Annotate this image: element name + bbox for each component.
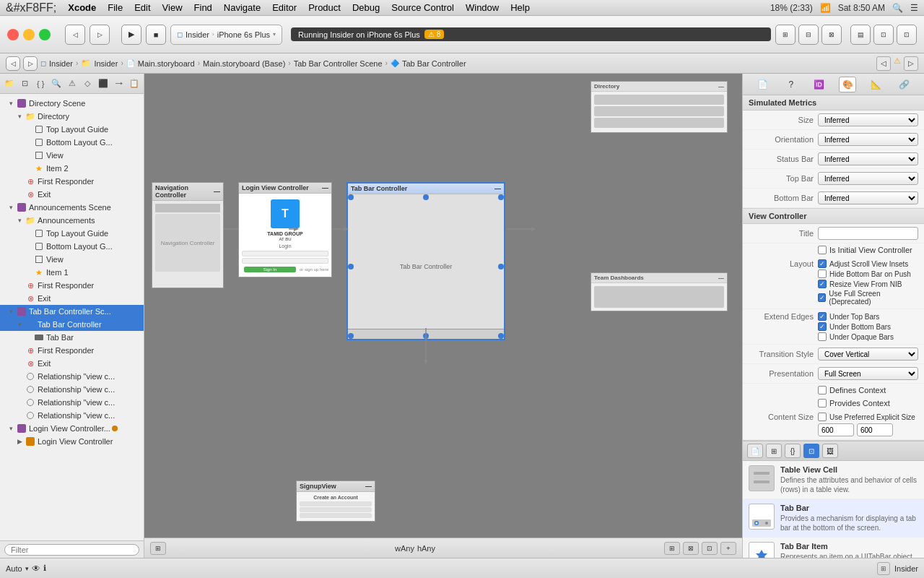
nav-item2[interactable]: ★ Item 2: [0, 162, 144, 175]
nav-item1[interactable]: ★ Item 1: [0, 266, 144, 279]
resize-nib-checkbox[interactable]: [818, 280, 827, 288]
nav-exit-3[interactable]: ⊗ Exit: [0, 357, 144, 370]
menubar-help[interactable]: Help: [510, 2, 530, 13]
insp-attributes-btn[interactable]: 🎨: [839, 77, 856, 92]
nav-test-icon[interactable]: ◇: [81, 77, 94, 91]
play-button[interactable]: ▶: [121, 25, 141, 45]
nav-announcements-scene[interactable]: ▾ Announcements Scene: [0, 201, 144, 214]
obj-lib-code-btn[interactable]: {}: [785, 444, 801, 458]
menubar-file[interactable]: File: [108, 2, 123, 13]
height-field[interactable]: [857, 423, 893, 436]
presentation-select[interactable]: Full Screen: [818, 367, 918, 380]
nav-login-scene[interactable]: ▾ Login View Controller...: [0, 422, 144, 435]
insp-connections-btn[interactable]: 🔗: [895, 77, 912, 92]
top-bar-value[interactable]: Inferred: [818, 172, 918, 185]
scheme-nav-btn[interactable]: ⊞: [877, 562, 890, 575]
under-bottom-checkbox[interactable]: [818, 322, 827, 331]
nav-directory[interactable]: ▾ 📁 Directory: [0, 110, 144, 123]
vc-title-field[interactable]: [818, 227, 918, 240]
auto-chevron[interactable]: ▾: [25, 565, 29, 572]
nav-find-icon[interactable]: 🔍: [50, 77, 63, 91]
width-field[interactable]: [818, 423, 854, 436]
transition-value[interactable]: Cover Vertical: [818, 348, 918, 361]
size-value[interactable]: Inferred: [818, 113, 918, 126]
menubar-edit[interactable]: Edit: [134, 2, 150, 13]
nav-back-button[interactable]: ◁: [65, 25, 85, 45]
orientation-value[interactable]: Inferred: [818, 133, 918, 146]
menubar-source-control[interactable]: Source Control: [391, 2, 454, 13]
nav-announcements[interactable]: ▾ 📁 Announcements: [0, 214, 144, 227]
adjust-scroll-checkbox[interactable]: [818, 259, 827, 268]
editor-standard-button[interactable]: ⊞: [775, 25, 796, 45]
nav-top-layout[interactable]: Top Layout Guide: [0, 123, 144, 136]
breadcrumb-tabbar-scene[interactable]: Tab Bar Controller Scene: [294, 59, 383, 68]
nav-folder-icon[interactable]: 📁: [3, 77, 16, 91]
insp-quick-btn[interactable]: ?: [783, 77, 800, 92]
nav-tabbar-scene[interactable]: ▾ Tab Bar Controller Sc...: [0, 305, 144, 318]
stop-button[interactable]: ■: [146, 25, 166, 45]
provides-context-checkbox[interactable]: [818, 399, 827, 407]
editor-assistant-button[interactable]: ⊟: [798, 25, 819, 45]
minimize-button[interactable]: [23, 29, 35, 40]
nav-forward-button[interactable]: ▷: [90, 25, 110, 45]
menubar-view[interactable]: View: [162, 2, 183, 13]
full-screen-checkbox[interactable]: [818, 293, 826, 302]
nav-tab-bar[interactable]: Tab Bar: [0, 331, 144, 344]
bottom-bar-select[interactable]: Inferred: [818, 191, 918, 204]
top-bar-select[interactable]: Inferred: [818, 172, 918, 185]
insp-file-btn[interactable]: 📄: [754, 77, 772, 92]
apple-menu[interactable]: &#xF8FF;: [6, 1, 56, 14]
nav-rel-4[interactable]: Relationship "view c...: [0, 409, 144, 422]
info-btn[interactable]: ℹ: [43, 564, 46, 573]
nav-breakpoint-icon[interactable]: ⭢: [113, 77, 126, 91]
vc-title-input[interactable]: [818, 227, 918, 240]
canvas-fit-btn[interactable]: ⊡: [702, 542, 718, 555]
nav-responder-1[interactable]: ⊕ First Responder: [0, 175, 144, 188]
nav-bottom-layout-2[interactable]: Bottom Layout G...: [0, 240, 144, 253]
menubar-xcode[interactable]: Xcode: [68, 2, 96, 13]
obj-lib-media-btn[interactable]: 🖼: [822, 444, 838, 458]
menubar-find[interactable]: Find: [194, 2, 212, 13]
breadcrumb-forward[interactable]: ▷: [23, 56, 38, 71]
breadcrumb-insider-2[interactable]: 📁 Insider: [81, 59, 118, 68]
nav-responder-3[interactable]: ⊕ First Responder: [0, 344, 144, 357]
nav-tabbar-controller[interactable]: ▾ Tab Bar Controller: [0, 318, 144, 331]
canvas-grid-btn[interactable]: ⊞: [664, 542, 680, 555]
nav-rel-1[interactable]: Relationship "view c...: [0, 370, 144, 383]
breadcrumb-mainstoryboard[interactable]: 📄 Main.storyboard: [126, 59, 195, 68]
scheme-selector[interactable]: ◻ Insider › iPhone 6s Plus ▾: [170, 25, 282, 45]
nav-warn-icon[interactable]: ⚠: [66, 77, 79, 91]
menubar-debug[interactable]: Debug: [352, 2, 380, 13]
nav-responder-2[interactable]: ⊕ First Responder: [0, 279, 144, 292]
obj-lib-view-btn[interactable]: ⊞: [766, 444, 782, 458]
nav-login-controller[interactable]: ▶ Login View Controller: [0, 435, 144, 448]
breadcrumb-next[interactable]: ▷: [904, 56, 918, 71]
editor-version-button[interactable]: ⊠: [821, 25, 842, 45]
nav-directory-scene[interactable]: ▾ Directory Scene: [0, 97, 144, 110]
canvas-frame-btn[interactable]: ⊞: [150, 542, 166, 555]
nav-bottom-layout[interactable]: Bottom Layout G...: [0, 136, 144, 149]
status-bar-select[interactable]: Inferred: [818, 152, 918, 165]
menubar-navigate[interactable]: Navigate: [224, 2, 261, 13]
status-bar-value[interactable]: Inferred: [818, 152, 918, 165]
under-top-checkbox[interactable]: [818, 312, 827, 321]
debug-toggle[interactable]: ⊡: [873, 25, 894, 45]
nav-scm-icon[interactable]: ⊡: [19, 77, 32, 91]
nav-top-layout-2[interactable]: Top Layout Guide: [0, 227, 144, 240]
nav-debug-icon[interactable]: ⬛: [97, 77, 110, 91]
eye-btn[interactable]: 👁: [32, 564, 40, 574]
canvas-area[interactable]: Directory— Navigation Controller— Naviga…: [144, 74, 742, 558]
navigator-toggle[interactable]: ▤: [850, 25, 871, 45]
list-icon[interactable]: ☰: [910, 3, 918, 13]
nav-symbol-icon[interactable]: { }: [34, 77, 47, 91]
nav-view-1[interactable]: View: [0, 149, 144, 162]
nav-exit-1[interactable]: ⊗ Exit: [0, 188, 144, 201]
insp-identity-btn[interactable]: 🆔: [811, 77, 828, 92]
nav-report-icon[interactable]: 📋: [128, 77, 141, 91]
breadcrumb-prev[interactable]: ◁: [876, 56, 891, 71]
nav-exit-2[interactable]: ⊗ Exit: [0, 292, 144, 305]
breadcrumb-tabbar-controller[interactable]: 🔷 Tab Bar Controller: [391, 59, 466, 68]
maximize-button[interactable]: [39, 29, 51, 40]
tabbar-controller-box[interactable]: Tab Bar Controller— Tab Bar Controller: [346, 182, 505, 340]
hide-bottom-checkbox[interactable]: [818, 269, 827, 278]
